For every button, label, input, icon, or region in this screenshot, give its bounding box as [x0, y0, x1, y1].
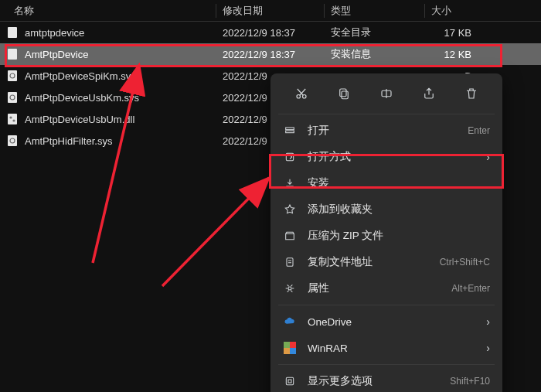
svg-point-28 [288, 287, 291, 290]
file-date: 2022/12/9 18:37 [216, 27, 325, 39]
menu-winrar[interactable]: WinRAR › [270, 335, 502, 361]
column-date[interactable]: 修改日期 [216, 4, 325, 18]
svg-point-13 [9, 116, 12, 118]
svg-point-14 [12, 119, 15, 121]
menu-separator [278, 364, 495, 365]
svg-rect-21 [342, 91, 348, 99]
file-date: 2022/12/9 18:37 [216, 49, 325, 60]
install-icon [283, 176, 297, 190]
delete-icon[interactable] [459, 83, 484, 104]
menu-open-with-label: 打开方式 [308, 150, 475, 164]
context-menu-quickbar [270, 78, 502, 111]
column-header-row: 名称 修改日期 类型 大小 [0, 0, 541, 22]
file-row[interactable]: AmtPtpDevice2022/12/9 18:37安装信息12 KB [0, 43, 541, 65]
file-row[interactable]: amtptpdevice2022/12/9 18:37安全目录17 KB [0, 22, 541, 43]
zip-icon [283, 229, 297, 243]
file-size: 12 KB [425, 49, 518, 60]
menu-open-label: 打开 [308, 124, 457, 138]
file-name: AmtPtpDeviceUsbUm.dll [25, 114, 134, 125]
menu-properties-label: 属性 [308, 281, 441, 295]
file-name: amtptpdevice [25, 27, 84, 39]
svg-rect-29 [286, 377, 293, 384]
file-icon [6, 113, 19, 125]
menu-install[interactable]: 安装 [270, 170, 502, 196]
menu-open[interactable]: 打开 Enter [270, 118, 502, 144]
menu-favorite[interactable]: 添加到收藏夹 [270, 196, 502, 223]
menu-winrar-label: WinRAR [308, 343, 475, 354]
cut-icon[interactable] [289, 83, 314, 104]
svg-rect-1 [9, 29, 15, 31]
winrar-icon [283, 341, 297, 355]
menu-more-options[interactable]: 显示更多选项 Shift+F10 [270, 368, 502, 392]
svg-rect-8 [8, 70, 17, 81]
svg-rect-6 [9, 53, 15, 55]
chevron-right-icon: › [486, 151, 490, 163]
context-menu: 打开 Enter 打开方式 › 安装 添加到收藏夹 压缩为 ZIP 文件 复制文… [270, 73, 502, 392]
menu-more-label: 显示更多选项 [308, 374, 439, 388]
properties-icon [283, 281, 297, 295]
svg-rect-24 [286, 128, 294, 130]
menu-separator [278, 114, 495, 114]
svg-rect-15 [8, 135, 17, 146]
file-size: 17 KB [425, 27, 518, 39]
svg-rect-10 [8, 92, 17, 103]
svg-rect-27 [287, 258, 293, 267]
menu-copy-path[interactable]: 复制文件地址 Ctrl+Shift+C [270, 249, 502, 275]
file-name: AmtPtpHidFilter.sys [25, 135, 112, 147]
file-type: 安装信息 [325, 47, 425, 61]
open-icon [283, 124, 297, 138]
menu-zip-label: 压缩为 ZIP 文件 [308, 229, 490, 243]
svg-rect-5 [9, 51, 15, 53]
copy-path-icon [283, 255, 297, 269]
chevron-right-icon: › [486, 342, 490, 354]
file-icon [6, 26, 19, 39]
file-icon [6, 70, 19, 82]
open-with-icon [283, 150, 297, 164]
file-type: 安全目录 [325, 26, 425, 39]
more-options-icon [283, 374, 297, 388]
svg-rect-12 [8, 114, 17, 124]
menu-onedrive-label: OneDrive [308, 316, 475, 328]
chevron-right-icon: › [486, 315, 490, 328]
file-name: AmtPtpDeviceSpiKm.sys [25, 70, 136, 82]
svg-rect-25 [286, 131, 294, 133]
svg-rect-2 [9, 32, 15, 33]
menu-properties[interactable]: 属性 Alt+Enter [270, 275, 502, 302]
menu-copy-path-label: 复制文件地址 [308, 255, 429, 269]
menu-properties-hint: Alt+Enter [451, 283, 490, 294]
menu-open-with[interactable]: 打开方式 › [270, 144, 502, 170]
file-icon [6, 91, 19, 104]
svg-rect-7 [9, 56, 13, 57]
file-icon [6, 48, 19, 60]
menu-more-hint: Shift+F10 [450, 376, 490, 387]
star-icon [283, 203, 297, 216]
share-icon[interactable] [417, 83, 441, 104]
column-name[interactable]: 名称 [0, 4, 216, 18]
svg-rect-22 [340, 89, 346, 97]
file-name: AmtPtpDevice [25, 49, 88, 60]
file-name: AmtPtpDeviceUsbKm.sys [25, 92, 139, 104]
svg-rect-3 [9, 34, 13, 36]
onedrive-icon [283, 315, 297, 329]
menu-separator [278, 305, 495, 305]
column-type[interactable]: 类型 [325, 4, 425, 18]
menu-favorite-label: 添加到收藏夹 [308, 203, 490, 216]
menu-open-hint: Enter [468, 125, 490, 136]
menu-install-label: 安装 [308, 176, 490, 190]
copy-icon[interactable] [332, 83, 356, 104]
rename-icon[interactable] [374, 83, 399, 104]
file-icon [6, 135, 19, 147]
menu-onedrive[interactable]: OneDrive › [270, 308, 502, 335]
svg-line-18 [162, 178, 269, 286]
column-size[interactable]: 大小 [425, 4, 518, 18]
menu-copy-path-hint: Ctrl+Shift+C [440, 257, 490, 268]
menu-zip[interactable]: 压缩为 ZIP 文件 [270, 223, 502, 249]
